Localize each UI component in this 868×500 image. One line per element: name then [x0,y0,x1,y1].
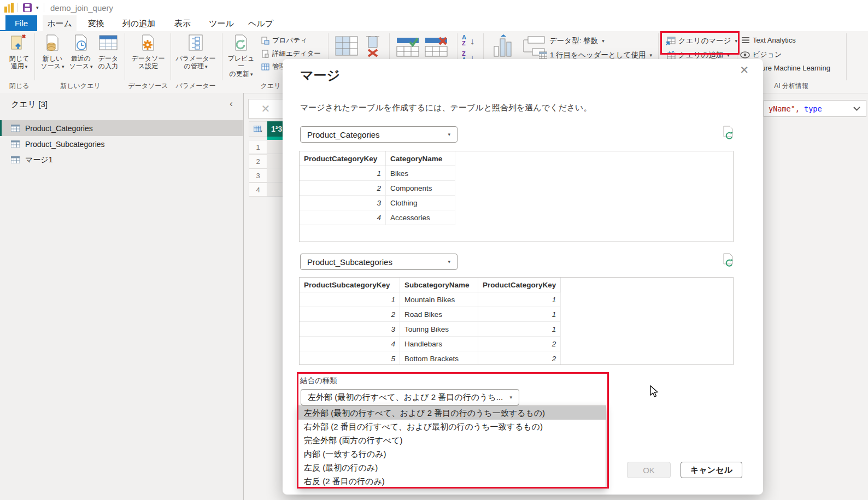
vision-icon [740,51,750,58]
column-header[interactable]: ProductSubcategoryKey [300,278,400,292]
remove-columns-icon[interactable] [363,36,387,57]
ribbon-separator [125,33,125,80]
grid-row-number[interactable]: 2 [249,154,267,168]
recent-sources-button[interactable]: 最近の ソース▾ [67,34,95,70]
choose-columns-icon[interactable] [335,36,359,57]
mouse-cursor [649,385,660,398]
dropdown-caret-icon: ▾ [250,72,253,77]
enter-data-button[interactable]: データ の入力 [94,34,122,70]
tab-add-column[interactable]: 列の追加 [118,15,160,31]
save-icon[interactable] [23,3,32,12]
tab-home[interactable]: ホーム [43,15,77,31]
column-header[interactable]: ProductCategoryKey [478,278,561,292]
manage-parameters-button[interactable]: パラメーター の管理▾ [173,34,219,70]
title-bar: ▾ demo_join_query [0,0,868,15]
collapse-pane-icon[interactable]: ‹ [230,98,233,109]
queries-pane: クエリ [3] ‹ Product_Categories Product_Sub… [0,93,243,500]
grid-row-number[interactable]: 1 [249,140,267,154]
window-title: demo_join_query [50,3,113,13]
table-row[interactable]: 5Bottom Brackets2 [300,351,561,366]
table-row[interactable]: 1Bikes [300,166,455,181]
sidebar-item-product-categories[interactable]: Product_Categories [0,120,243,136]
column-type-icon: 1²3 [271,125,282,133]
formula-bar-input[interactable]: yName", type [764,100,866,117]
new-source-button[interactable]: 新しい ソース▾ [38,34,67,70]
formula-expand-chevron-icon[interactable] [853,107,860,111]
azure-ml-button[interactable]: Azure Machine Learning [753,64,830,72]
table1-select[interactable]: Product_Categories ▾ [300,126,458,143]
sort-ascending-icon[interactable]: AZ [462,34,466,46]
dropdown-caret-icon: ▾ [25,64,28,69]
dialog-close-icon[interactable]: ✕ [740,63,749,77]
table2-select[interactable]: Product_Subcategories ▾ [300,254,458,270]
vision-button[interactable]: ビジョン [740,50,782,60]
table-row[interactable]: 4Handlebars2 [300,337,561,351]
text-analytics-button[interactable]: Text Analytics [741,36,796,44]
refresh-preview-button[interactable]: プレビュー の更新▾ [225,34,257,78]
properties-button[interactable]: プロパティ [261,36,307,45]
properties-icon [261,37,269,45]
table-row[interactable]: 4Accessories [300,210,455,225]
table-row[interactable]: 3Touring Bikes1 [300,322,561,337]
dropdown-caret-icon: ▾ [448,259,450,264]
titlebar-separator [44,3,44,12]
tab-view[interactable]: 表示 [167,15,198,31]
table-row[interactable]: 2Components [300,181,455,196]
dropdown-caret-icon: ▾ [602,38,605,44]
close-apply-icon [10,34,28,51]
table1-preview: ProductCategoryKey CategoryName 1Bikes 2… [299,151,734,242]
column-header[interactable]: SubcategoryName [400,278,478,292]
data-type-button[interactable]: データ型: 整数▾ [549,36,605,46]
recent-sources-icon [72,34,90,51]
select-all-table-icon [254,126,262,132]
group-label-datasource: データソース [127,81,169,91]
table-row[interactable]: 1Mountain Bikes1 [300,292,561,307]
refresh-preview-doc-icon[interactable] [723,253,735,267]
sidebar-item-merge1[interactable]: マージ1 [0,152,241,168]
grid-row-number[interactable]: 4 [249,183,267,197]
ribbon-tab-strip: File ホーム 変換 列の追加 表示 ツール ヘルプ [0,15,868,31]
dropdown-caret-icon: ▾ [205,64,208,69]
tab-tools[interactable]: ツール [204,15,238,31]
tab-transform[interactable]: 変換 [81,15,112,31]
dropdown-caret-icon: ▾ [649,52,652,58]
ok-button[interactable]: OK [627,462,671,478]
datasource-settings-button[interactable]: データソー ス設定 [129,34,167,70]
tab-file[interactable]: File [5,15,37,31]
merge-dialog: ✕ マージ マージされたテーブルを作成するには、テーブルと照合列を選んでください… [283,59,763,495]
sidebar-item-product-subcategories[interactable]: Product_Subcategories [0,136,241,152]
table-row[interactable]: 2Road Bikes1 [300,307,561,322]
pane-divider[interactable] [243,93,244,500]
sort-arrow-icon: ↓ [470,37,474,46]
formula-string-token: yName", [769,104,800,113]
dropdown-caret-icon: ▾ [448,132,450,137]
powerbi-logo-icon [4,3,14,13]
grid-row-number[interactable]: 3 [249,168,267,183]
titlebar-separator [17,3,18,12]
group-by-icon[interactable] [491,34,514,57]
grid-select-all-button[interactable] [249,121,267,137]
group-label-ai: AI 分析情報 [763,81,820,91]
group-label-close: 閉じる [4,81,34,91]
dialog-title: マージ [300,67,340,84]
advanced-editor-button[interactable]: 詳細エディター [261,49,321,58]
ribbon-separator [171,33,171,80]
ribbon-separator [846,33,847,80]
queries-pane-title: クエリ [3] [11,99,48,110]
refresh-preview-icon [232,34,250,51]
table-icon [11,140,20,148]
quick-access-caret-icon[interactable]: ▾ [36,5,39,10]
remove-rows-icon[interactable] [424,36,449,57]
formula-keyword-token: type [804,104,822,113]
enter-data-icon [99,34,118,51]
keep-rows-icon[interactable] [396,36,421,57]
close-apply-button[interactable]: 閉じて 適用▾ [4,34,34,70]
text-analytics-icon [741,37,750,44]
formula-cancel-button[interactable]: ✕ [248,99,283,119]
tab-help[interactable]: ヘルプ [244,15,278,31]
table-row[interactable]: 3Clothing [300,196,455,210]
refresh-preview-doc-icon[interactable] [723,126,735,140]
cancel-button[interactable]: キャンセル [681,462,742,478]
column-header[interactable]: CategoryName [386,151,455,166]
column-header[interactable]: ProductCategoryKey [300,151,386,166]
